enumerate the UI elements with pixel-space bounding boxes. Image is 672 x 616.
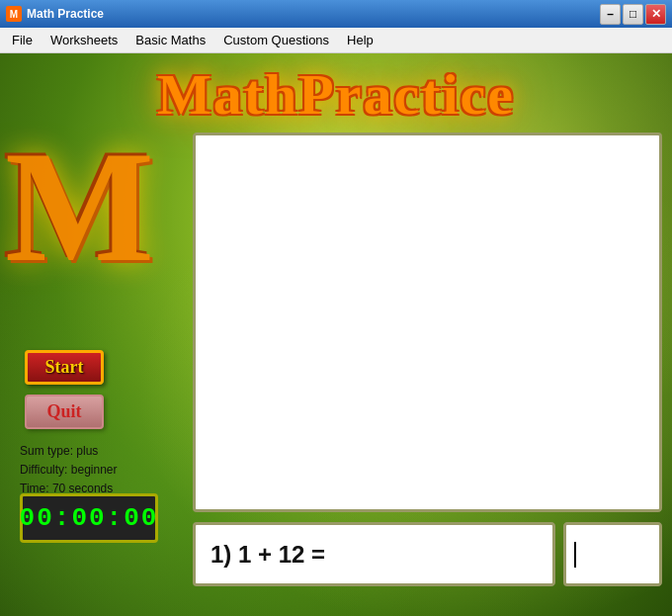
app-icon: M (6, 6, 22, 22)
text-cursor (574, 542, 576, 568)
question-text: 1) 1 + 12 = (210, 541, 325, 569)
answer-input-box[interactable] (563, 522, 662, 586)
menu-worksheets[interactable]: Worksheets (42, 30, 126, 50)
right-panel: 1) 1 + 12 = (193, 132, 662, 596)
menu-basic-maths[interactable]: Basic Maths (127, 30, 213, 50)
bottom-row: 1) 1 + 12 = (193, 522, 662, 586)
window-title: Math Practice (27, 7, 104, 21)
quit-button[interactable]: Quit (25, 395, 104, 429)
decorative-m: M (5, 128, 154, 286)
close-button[interactable]: ✕ (645, 4, 666, 25)
menu-bar: File Worksheets Basic Maths Custom Quest… (0, 28, 672, 53)
menu-help[interactable]: Help (339, 30, 381, 50)
answer-display-area (193, 132, 662, 512)
maximize-button[interactable]: □ (623, 4, 643, 25)
timer-display: 00:00:00 (20, 493, 158, 543)
main-content: MathPractice M Start Quit Sum type: plus… (0, 53, 672, 616)
menu-custom-questions[interactable]: Custom Questions (215, 30, 337, 50)
start-button[interactable]: Start (25, 350, 104, 385)
window-controls: – □ ✕ (600, 4, 666, 25)
app-title: MathPractice (0, 61, 672, 128)
menu-file[interactable]: File (4, 30, 41, 50)
question-box: 1) 1 + 12 = (193, 522, 555, 586)
sum-type-label: Sum type: plus (20, 442, 118, 461)
difficulty-label: Difficulty: beginner (20, 461, 118, 480)
title-bar-left: M Math Practice (6, 6, 104, 22)
minimize-button[interactable]: – (600, 4, 621, 25)
title-bar: M Math Practice – □ ✕ (0, 0, 672, 28)
left-panel: M Start Quit Sum type: plus Difficulty: … (10, 128, 183, 563)
